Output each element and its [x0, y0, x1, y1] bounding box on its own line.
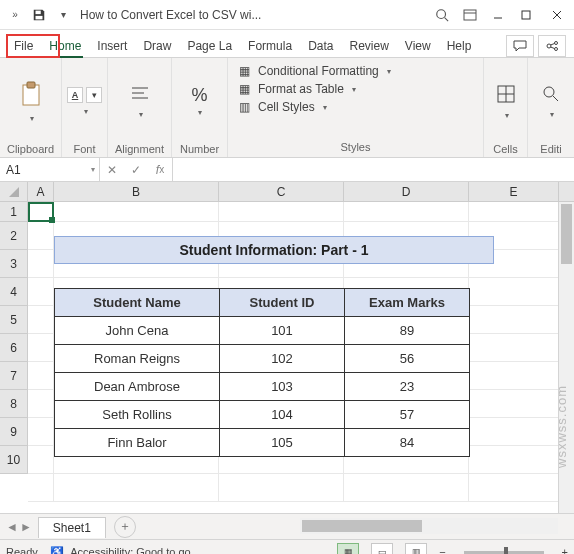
- cell-styles-button[interactable]: ▥ Cell Styles ▾: [236, 98, 475, 116]
- clipboard-icon[interactable]: [20, 81, 42, 110]
- editing-icon[interactable]: [542, 85, 560, 106]
- zoom-out-button[interactable]: −: [439, 546, 445, 554]
- row-header[interactable]: 5: [0, 306, 27, 334]
- zoom-in-button[interactable]: +: [562, 546, 568, 554]
- row-header[interactable]: 8: [0, 390, 27, 418]
- col-header[interactable]: E: [469, 182, 559, 201]
- comments-button[interactable]: [506, 35, 534, 57]
- row-header[interactable]: 9: [0, 418, 27, 446]
- minimize-button[interactable]: [484, 1, 512, 29]
- row-header[interactable]: 10: [0, 446, 27, 474]
- sheet-nav-next-icon[interactable]: ►: [20, 520, 32, 534]
- header-marks[interactable]: Exam Marks: [345, 289, 470, 317]
- add-sheet-button[interactable]: ＋: [114, 516, 136, 538]
- sheet-tab[interactable]: Sheet1: [38, 517, 106, 538]
- col-header[interactable]: C: [219, 182, 344, 201]
- ribbon-tabs: File Home Insert Draw Page La Formula Da…: [0, 30, 574, 58]
- alignment-icon[interactable]: [130, 85, 150, 106]
- search-icon[interactable]: [428, 1, 456, 29]
- chevron-down-icon[interactable]: ▾: [30, 114, 34, 123]
- tab-home[interactable]: Home: [41, 35, 89, 57]
- cell[interactable]: John Cena: [55, 317, 220, 345]
- view-normal-button[interactable]: ▦: [337, 543, 359, 554]
- share-button[interactable]: [538, 35, 566, 57]
- cells-icon[interactable]: [496, 84, 516, 107]
- qat-dropdown-icon[interactable]: ▾: [52, 4, 74, 26]
- scroll-thumb[interactable]: [302, 520, 422, 532]
- cell[interactable]: Roman Reigns: [55, 345, 220, 373]
- header-id[interactable]: Student ID: [220, 289, 345, 317]
- svg-line-3: [445, 17, 449, 21]
- cell[interactable]: 104: [220, 401, 345, 429]
- tab-review[interactable]: Review: [341, 35, 396, 57]
- tab-view[interactable]: View: [397, 35, 439, 57]
- cell[interactable]: 57: [345, 401, 470, 429]
- font-size-button[interactable]: ▾: [86, 87, 102, 103]
- cell[interactable]: Dean Ambrose: [55, 373, 220, 401]
- cell[interactable]: 89: [345, 317, 470, 345]
- fx-icon[interactable]: fx: [148, 163, 172, 177]
- tab-data[interactable]: Data: [300, 35, 341, 57]
- accessibility-status[interactable]: ♿ Accessibility: Good to go: [50, 546, 191, 555]
- maximize-button[interactable]: [512, 1, 540, 29]
- chevron-down-icon[interactable]: ▾: [84, 107, 88, 116]
- select-all-corner[interactable]: [0, 182, 28, 202]
- group-font: A ▾ ▾ Font: [62, 58, 108, 157]
- close-button[interactable]: [540, 1, 574, 29]
- zoom-knob[interactable]: [504, 547, 508, 555]
- active-cell[interactable]: [28, 202, 54, 222]
- cell[interactable]: 84: [345, 429, 470, 457]
- save-icon[interactable]: [28, 4, 50, 26]
- view-page-layout-button[interactable]: ▭: [371, 543, 393, 554]
- scroll-thumb[interactable]: [561, 204, 572, 264]
- horizontal-scrollbar[interactable]: [300, 518, 558, 534]
- cell[interactable]: 56: [345, 345, 470, 373]
- row-header[interactable]: 2: [0, 222, 27, 250]
- row-header[interactable]: 1: [0, 202, 27, 222]
- tab-help[interactable]: Help: [439, 35, 480, 57]
- percent-icon[interactable]: %: [191, 86, 207, 104]
- fx-cancel-icon[interactable]: ✕: [100, 163, 124, 177]
- col-header[interactable]: B: [54, 182, 219, 201]
- tab-insert[interactable]: Insert: [89, 35, 135, 57]
- sheet-nav-prev-icon[interactable]: ◄: [6, 520, 18, 534]
- cell[interactable]: Finn Balor: [55, 429, 220, 457]
- row-header[interactable]: 7: [0, 362, 27, 390]
- cell[interactable]: 23: [345, 373, 470, 401]
- chevron-down-icon[interactable]: ▾: [550, 110, 554, 119]
- col-header[interactable]: D: [344, 182, 469, 201]
- ribbon: ▾ Clipboard A ▾ ▾ Font ▾ Alignment % ▾ N…: [0, 58, 574, 158]
- group-clipboard: ▾ Clipboard: [0, 58, 62, 157]
- cell[interactable]: 105: [220, 429, 345, 457]
- tab-file[interactable]: File: [6, 35, 41, 57]
- header-name[interactable]: Student Name: [55, 289, 220, 317]
- chevron-down-icon[interactable]: ▾: [198, 108, 202, 117]
- tab-draw[interactable]: Draw: [135, 35, 179, 57]
- table-title[interactable]: Student Information: Part - 1: [54, 236, 494, 264]
- name-box[interactable]: A1 ▾: [0, 158, 100, 181]
- ribbon-display-icon[interactable]: [456, 1, 484, 29]
- cell[interactable]: 101: [220, 317, 345, 345]
- zoom-slider[interactable]: [464, 551, 544, 554]
- cell[interactable]: 102: [220, 345, 345, 373]
- format-as-table-button[interactable]: ▦ Format as Table ▾: [236, 80, 475, 98]
- fill-handle[interactable]: [49, 217, 55, 223]
- fx-accept-icon[interactable]: ✓: [124, 163, 148, 177]
- col-header[interactable]: A: [28, 182, 54, 201]
- cell[interactable]: Seth Rollins: [55, 401, 220, 429]
- cell[interactable]: 103: [220, 373, 345, 401]
- conditional-formatting-button[interactable]: ▦ Conditional Formatting ▾: [236, 62, 475, 80]
- vertical-scrollbar[interactable]: [558, 202, 574, 513]
- view-page-break-button[interactable]: ▥: [405, 543, 427, 554]
- table-row: Seth Rollins10457: [55, 401, 470, 429]
- row-header[interactable]: 4: [0, 278, 27, 306]
- chevron-down-icon[interactable]: ▾: [505, 111, 509, 120]
- formula-input[interactable]: [173, 158, 574, 181]
- qat-chevrons-icon[interactable]: »: [4, 4, 26, 26]
- row-header[interactable]: 3: [0, 250, 27, 278]
- tab-page-layout[interactable]: Page La: [179, 35, 240, 57]
- font-bold-button[interactable]: A: [67, 87, 83, 103]
- tab-formulas[interactable]: Formula: [240, 35, 300, 57]
- chevron-down-icon[interactable]: ▾: [139, 110, 143, 119]
- row-header[interactable]: 6: [0, 334, 27, 362]
